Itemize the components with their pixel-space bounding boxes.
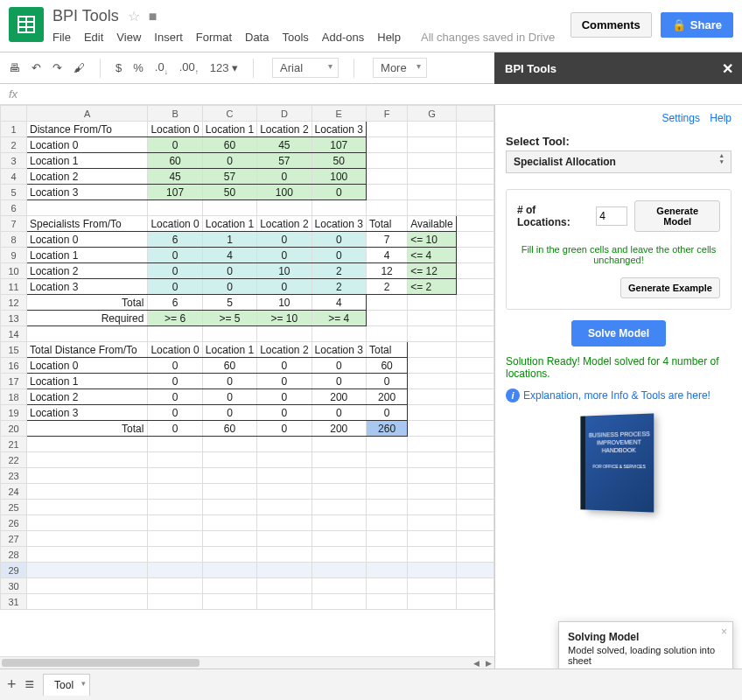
toast-notification: × Solving Model Model solved, loading so… (558, 621, 733, 676)
separator (100, 59, 101, 78)
sidepanel-title: BPI Tools (505, 62, 556, 75)
save-status: All changes saved in Drive (421, 31, 555, 44)
separator (354, 59, 354, 78)
menu-file[interactable]: File (52, 31, 71, 44)
horizontal-scrollbar[interactable]: ◀ ▶ (0, 656, 494, 668)
solution-status: Solution Ready! Model solved for 4 numbe… (506, 355, 732, 380)
formula-bar[interactable]: fx (0, 84, 742, 105)
scroll-left-icon[interactable]: ◀ (470, 657, 482, 669)
tool-select[interactable]: Specialist Allocation (506, 150, 732, 173)
select-tool-label: Select Tool: (506, 135, 732, 148)
star-icon[interactable]: ☆ (128, 8, 140, 24)
doc-title[interactable]: BPI Tools (52, 7, 119, 25)
close-icon[interactable]: ✕ (722, 60, 733, 77)
format-number[interactable]: 123 ▾ (210, 61, 238, 74)
menu-format[interactable]: Format (196, 31, 232, 44)
paint-format-icon[interactable]: 🖌 (74, 61, 85, 74)
info-icon: i (506, 388, 520, 402)
menu-tools[interactable]: Tools (282, 31, 308, 44)
more-formats[interactable]: More (373, 58, 427, 78)
lock-icon: 🔒 (672, 18, 686, 32)
generate-model-button[interactable]: Generate Model (634, 200, 720, 232)
book-image[interactable]: BUSINESS PROCESS IMPROVEMENT HANDBOOKFOR… (585, 413, 654, 512)
share-button[interactable]: 🔒Share (661, 12, 733, 38)
sidepanel-header: BPI Tools ✕ (494, 52, 742, 84)
toolbar: 🖶 ↶ ↷ 🖌 $ % .0↓ .00↑ 123 ▾ Arial More BP… (0, 52, 742, 84)
title-bar: BPI Tools ☆ ■ File Edit View Insert Form… (0, 0, 742, 52)
locations-label: # of Locations: (517, 204, 589, 228)
menu-view[interactable]: View (116, 31, 141, 44)
print-icon[interactable]: 🖶 (9, 61, 20, 74)
undo-icon[interactable]: ↶ (32, 61, 41, 74)
sheets-logo (9, 7, 44, 42)
all-sheets-icon[interactable]: ≡ (25, 676, 35, 694)
solve-model-button[interactable]: Solve Model (571, 320, 666, 346)
menu-help[interactable]: Help (377, 31, 401, 44)
generate-example-button[interactable]: Generate Example (620, 277, 720, 298)
toast-title: Solving Model (568, 631, 724, 643)
help-link[interactable]: Help (710, 112, 732, 124)
add-sheet-icon[interactable]: + (7, 676, 17, 694)
folder-icon[interactable]: ■ (149, 9, 158, 24)
toast-body: Model solved, loading solution into shee… (568, 645, 724, 666)
menu-bar: File Edit View Insert Format Data Tools … (52, 31, 570, 44)
explanation-link[interactable]: Explanation, more Info & Tools are here! (523, 389, 710, 402)
toast-close-icon[interactable]: × (721, 626, 727, 638)
tool-config-box: # of Locations: Generate Model Fill in t… (506, 189, 732, 310)
side-panel: Settings Help Select Tool: Specialist Al… (494, 105, 742, 700)
menu-edit[interactable]: Edit (84, 31, 103, 44)
comments-button[interactable]: Comments (570, 12, 652, 38)
menu-data[interactable]: Data (245, 31, 269, 44)
sheet-tab-bar: + ≡ Tool (0, 668, 742, 700)
locations-input[interactable] (596, 206, 627, 226)
spreadsheet-grid[interactable]: ABCDEFG 1Distance From/ToLocation 0Locat… (0, 105, 494, 700)
redo-icon[interactable]: ↷ (52, 61, 62, 74)
menu-addons[interactable]: Add-ons (322, 31, 364, 44)
dec-increase[interactable]: .00↑ (179, 60, 199, 76)
hint-text: Fill in the green cells and leave the ot… (517, 244, 720, 265)
separator (253, 59, 254, 78)
dec-decrease[interactable]: .0↓ (155, 60, 168, 76)
format-percent[interactable]: % (133, 61, 144, 74)
format-currency[interactable]: $ (116, 61, 122, 74)
menu-insert[interactable]: Insert (154, 31, 183, 44)
font-select[interactable]: Arial (272, 58, 339, 78)
settings-link[interactable]: Settings (662, 112, 700, 124)
sheet-tab[interactable]: Tool (43, 674, 90, 696)
scroll-right-icon[interactable]: ▶ (482, 657, 494, 669)
